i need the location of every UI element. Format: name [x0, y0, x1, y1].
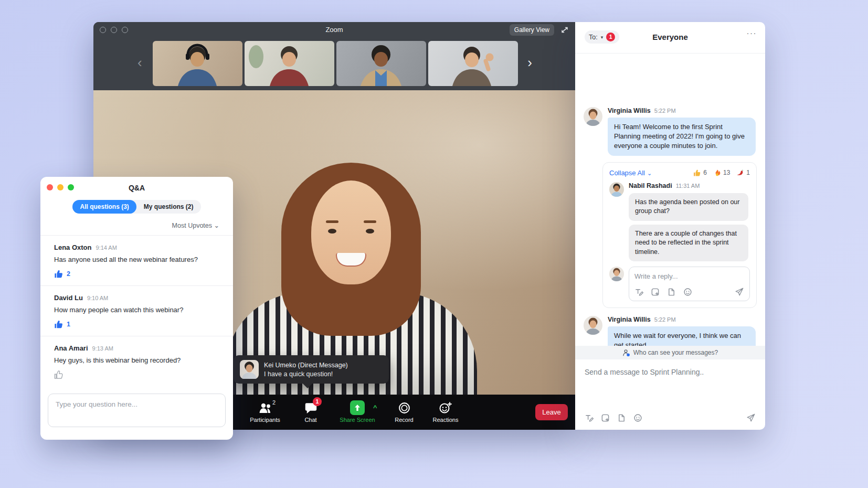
tab-all-questions[interactable]: All questions (3) — [72, 200, 136, 214]
toast-message: I have a quick question! — [264, 370, 348, 378]
question-input[interactable] — [48, 394, 226, 427]
leave-button[interactable]: Leave — [535, 404, 568, 420]
upvote-button[interactable] — [54, 370, 219, 379]
upvote-count: 1 — [67, 321, 70, 328]
thread-bubble: There are a couple of changes that need … — [629, 225, 748, 262]
gallery-view-button[interactable]: Gallery View — [510, 24, 554, 36]
chat-composer — [575, 359, 765, 430]
question-time: 9:13 AM — [92, 345, 113, 352]
filmstrip-prev-icon[interactable]: ‹ — [137, 56, 142, 69]
chat-badge: 1 — [313, 397, 322, 406]
message-author: Virginia Willis — [608, 316, 651, 323]
question-item: David Lu9:10 AM How many people can watc… — [40, 285, 233, 336]
direct-message-toast[interactable]: Kei Umeko (Direct Message) I have a quic… — [234, 355, 389, 384]
filmstrip-next-icon[interactable]: › — [527, 56, 532, 69]
message-bubble: Hi Team! Welcome to the first Sprint Pla… — [608, 118, 756, 156]
send-icon[interactable] — [746, 413, 756, 422]
toast-avatar — [240, 360, 259, 379]
video-filmstrip: ‹ › — [93, 38, 575, 90]
participant-video-2[interactable] — [245, 41, 334, 86]
chat-button[interactable]: 1 Chat — [285, 399, 336, 423]
upvote-button[interactable]: 1 — [54, 320, 219, 329]
qa-title: Q&A — [40, 184, 233, 192]
message-bubble: While we wait for everyone, I think we c… — [608, 326, 756, 346]
chat-header: To: ▾ 1 Everyone ··· — [575, 22, 765, 54]
reaction-hot-pepper[interactable]: 1 — [736, 169, 750, 177]
screenshot-icon[interactable] — [651, 288, 660, 296]
chat-title: Everyone — [575, 33, 765, 41]
question-time: 9:10 AM — [87, 295, 108, 301]
chat-panel: To: ▾ 1 Everyone ··· Virginia Willis5:22… — [575, 22, 765, 430]
qa-titlebar: Q&A — [40, 177, 233, 199]
qa-tab-group: All questions (3) My questions (2) — [72, 200, 200, 214]
question-author: Lena Oxton — [54, 243, 92, 251]
message-time: 5:22 PM — [654, 316, 676, 323]
message-time: 11:31 AM — [676, 183, 700, 189]
emoji-icon[interactable] — [633, 413, 642, 422]
sort-caret-icon: ⌄ — [214, 222, 219, 229]
speaker-face — [311, 181, 391, 284]
participant-video-3[interactable] — [336, 41, 426, 86]
avatar — [609, 267, 624, 281]
question-item: Lena Oxton9:14 AM Has anyone used all th… — [40, 235, 233, 285]
message-thread: Collapse All⌄ 6 13 1 — [602, 162, 757, 309]
record-icon — [398, 401, 411, 415]
privacy-person-icon — [622, 349, 630, 357]
question-text: Has anyone used all the new webinar feat… — [54, 256, 219, 263]
toast-title: Kei Umeko (Direct Message) — [264, 362, 348, 369]
question-author: David Lu — [54, 294, 83, 302]
question-item: Ana Amari9:13 AM Hey guys, is this webin… — [40, 336, 233, 386]
chat-messages: Virginia Willis5:22 PM Hi Team! Welcome … — [575, 54, 765, 346]
question-text: Hey guys, is this webinar being recorded… — [54, 356, 219, 364]
chat-message-input[interactable] — [585, 368, 756, 398]
message-author: Nabil Rashadi — [629, 182, 672, 189]
sort-dropdown[interactable]: Most Upvotes ⌄ — [40, 214, 233, 235]
message-time: 5:22 PM — [654, 108, 676, 114]
question-author: Ana Amari — [54, 344, 88, 352]
question-time: 9:14 AM — [96, 245, 117, 251]
qa-window: Q&A All questions (3) My questions (2) M… — [40, 177, 233, 440]
message-author: Virginia Willis — [608, 107, 651, 114]
thread-bubble: Has the agenda been posted on our group … — [629, 193, 748, 221]
avatar — [584, 107, 602, 126]
participants-button[interactable]: 2 Participants — [240, 399, 290, 423]
reaction-thumbs-up[interactable]: 6 — [693, 169, 707, 177]
screenshot-icon[interactable] — [601, 413, 610, 422]
chat-message: Virginia Willis5:22 PM While we wait for… — [584, 316, 757, 346]
question-text: How many people can watch this webinar? — [54, 306, 219, 314]
participants-icon — [258, 402, 272, 413]
collapse-all-button[interactable]: Collapse All⌄ — [609, 169, 652, 177]
reactions-button[interactable]: Reactions — [420, 399, 471, 423]
share-screen-button[interactable]: ^ Share Screen — [332, 399, 383, 423]
format-text-icon[interactable] — [585, 413, 594, 422]
thumbs-up-icon — [54, 269, 63, 279]
participants-count: 2 — [272, 399, 276, 406]
reply-placeholder: Write a reply... — [634, 272, 744, 280]
thumbs-up-outline-icon — [54, 370, 63, 379]
share-screen-icon — [350, 400, 365, 415]
privacy-info-bar[interactable]: Who can see your messages? — [575, 346, 765, 359]
format-text-icon[interactable] — [634, 288, 643, 296]
upvote-button[interactable]: 2 — [54, 269, 219, 279]
reply-input[interactable]: Write a reply... — [629, 267, 750, 301]
upvote-count: 2 — [67, 270, 70, 278]
send-icon[interactable] — [735, 287, 744, 296]
file-icon[interactable] — [617, 413, 626, 422]
desktop-background: Zoom Gallery View ‹ — [0, 0, 868, 488]
zoom-titlebar: Zoom Gallery View — [93, 22, 575, 38]
reaction-fire[interactable]: 13 — [713, 169, 730, 177]
filmstrip-thumbnails — [153, 41, 518, 86]
file-icon[interactable] — [667, 288, 676, 296]
participant-video-1[interactable] — [153, 41, 242, 86]
thumbs-up-icon — [54, 320, 63, 329]
collapse-caret-icon: ⌄ — [647, 170, 652, 176]
chat-more-icon[interactable]: ··· — [747, 28, 757, 37]
tab-my-questions[interactable]: My questions (2) — [136, 200, 201, 214]
participant-video-4[interactable] — [428, 41, 518, 86]
chat-message: Virginia Willis5:22 PM Hi Team! Welcome … — [584, 107, 757, 156]
emoji-icon[interactable] — [683, 288, 692, 296]
fullscreen-icon[interactable] — [559, 25, 570, 35]
avatar — [584, 316, 602, 335]
share-options-caret-icon[interactable]: ^ — [373, 404, 377, 411]
avatar — [609, 182, 624, 197]
